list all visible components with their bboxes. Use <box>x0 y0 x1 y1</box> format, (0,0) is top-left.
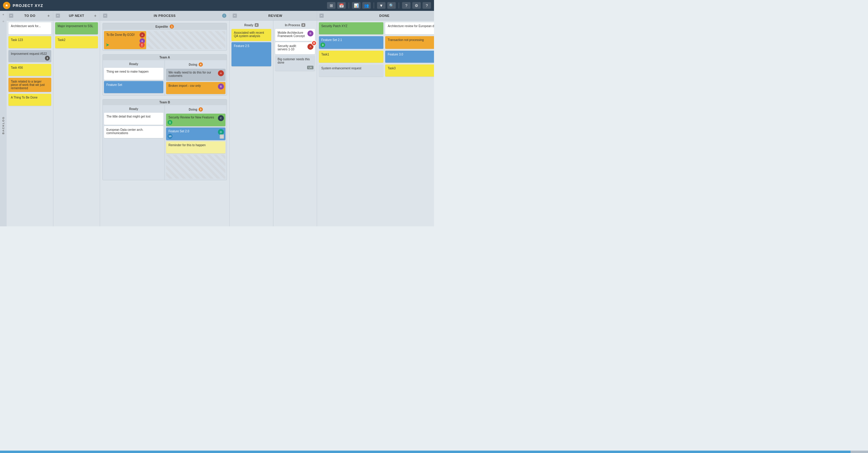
list-item[interactable]: Task3 <box>385 64 434 77</box>
list-item[interactable]: Improvement request #522 3 <box>8 50 51 62</box>
card-text: Feature Set 2.1 <box>321 38 342 41</box>
card-text: Security Patch XYZ <box>321 24 347 28</box>
card-text: Thing we need to make happen <box>106 70 149 73</box>
inprocess-title: IN PROCESS <box>107 14 222 18</box>
upnext-collapse-btn[interactable]: − <box>56 13 60 18</box>
upnext-add-btn[interactable]: + <box>93 13 97 18</box>
expedite-count: 1 <box>170 24 174 29</box>
teama-ready-header: Ready <box>104 61 163 67</box>
card-arrow-icon: ➤ <box>105 42 110 48</box>
expedite-section: Expedite 1 To Be Done By EOD! A B ➤ ! <box>102 23 227 51</box>
avatar: B <box>218 84 224 90</box>
card-text: Reminder for this to happen <box>168 144 206 147</box>
list-item[interactable]: Task 123 <box>8 36 51 48</box>
inprocess-body: Expedite 1 To Be Done By EOD! A B ➤ ! <box>100 21 229 227</box>
list-item[interactable]: Thing we need to make happen <box>104 68 163 80</box>
expedite-body: To Be Done By EOD! A B ➤ ! <box>103 30 227 50</box>
alert-badge: ! <box>139 42 145 48</box>
list-item[interactable]: Reminder for this to happen <box>166 141 225 153</box>
list-item[interactable]: Transaction not processing ❗ <box>385 36 434 49</box>
done-collapse-btn[interactable]: − <box>319 13 324 18</box>
header-toolbar: ⊞ 📅 📊 👥 ▼ 🔍 ? ⚙ ? <box>327 2 431 9</box>
list-item[interactable]: Feature 3.0 <box>385 51 434 63</box>
kanban-board: − TO DO + Architecture work for... Task … <box>7 11 434 227</box>
teamb-empty-area <box>166 155 225 179</box>
review-title: REVIEW <box>237 14 314 18</box>
inprocess-header: − IN PROCESS i <box>100 11 229 21</box>
avatar: A <box>218 70 224 76</box>
user-btn[interactable]: ? <box>423 2 431 9</box>
list-item[interactable]: To Be Done By EOD! A B ➤ ! <box>104 31 146 49</box>
card-text: European Data center arch. communication… <box>106 128 144 135</box>
filter-btn[interactable]: ▼ <box>377 2 385 9</box>
settings-btn[interactable]: ⚙ <box>412 2 421 9</box>
search-btn[interactable]: 🔍 <box>387 2 396 9</box>
card-text: Big customer needs this done <box>278 58 310 64</box>
list-item[interactable]: Task related to a larger piece of work t… <box>8 78 51 92</box>
list-item[interactable]: Mobile Architecture Framework Concept B <box>275 29 315 41</box>
sidebar-plus-icon[interactable]: + <box>1 12 6 17</box>
list-item[interactable]: Architecture work for... <box>8 22 51 34</box>
calendar-view-btn[interactable]: 📅 <box>337 2 346 9</box>
teama-label: Team A <box>159 56 170 59</box>
header: PROJECT XYZ ⊞ 📅 📊 👥 ▼ 🔍 ? ⚙ ? <box>0 0 434 11</box>
todo-body: Architecture work for... Task 123 Improv… <box>7 21 53 227</box>
list-item[interactable]: Security Review for New Features C 1 <box>166 114 225 126</box>
done-body: Security Patch XYZ Architecture review f… <box>317 21 434 78</box>
list-item[interactable]: We really need to do this for our custom… <box>166 69 225 81</box>
expedite-header: Expedite 1 <box>103 23 227 30</box>
teama-doing-col: Doing 4 We really need to do this for ou… <box>165 60 227 95</box>
list-item[interactable]: Task1 <box>319 51 383 63</box>
teama-doing-count: 4 <box>198 62 203 67</box>
list-item[interactable]: Major improvement to SSL <box>55 22 98 34</box>
expedite-empty-area <box>147 31 225 49</box>
list-item[interactable]: Big customer needs this done UK <box>275 56 315 71</box>
inprocess-info-icon[interactable]: i <box>222 13 226 18</box>
card-text: Task 123 <box>11 38 23 41</box>
card-remove-btn[interactable]: × <box>311 40 317 46</box>
list-item[interactable]: Feature Set 2.0 D 10 ◇ <box>166 127 225 140</box>
list-item[interactable]: Feature Set 2.1 3 <box>319 36 383 49</box>
users-btn[interactable]: 👥 <box>362 2 371 9</box>
card-badge: 3 <box>45 56 50 61</box>
sidebar-circle-icon[interactable]: ○ <box>1 19 6 24</box>
review-ready-header: Ready 4 <box>231 22 271 28</box>
teamb-doing-header: Doing 3 <box>166 107 225 113</box>
teama-columns: Ready Thing we need to make happen Featu… <box>103 60 227 95</box>
list-item[interactable]: Feature 2.5 <box>231 42 271 66</box>
card-text: Security Review for New Features <box>168 116 214 119</box>
list-item[interactable]: Task2 <box>55 36 98 48</box>
review-collapse-btn[interactable]: − <box>233 13 237 18</box>
card-text: Feature 3.0 <box>388 53 403 56</box>
teama-ready-col: Ready Thing we need to make happen Featu… <box>103 60 165 95</box>
avatar: C <box>218 115 224 121</box>
review-inprocess-count: 4 <box>301 23 305 27</box>
board-view-btn[interactable]: ⊞ <box>327 2 336 9</box>
list-item[interactable]: A Thing To Be Done <box>8 94 51 106</box>
list-item[interactable]: Security Patch XYZ <box>319 22 383 34</box>
card-text: Task1 <box>321 53 329 56</box>
list-item[interactable]: System enhancement request <box>319 64 383 77</box>
todo-header: − TO DO + <box>7 11 53 21</box>
expedite-label: Expedite <box>156 25 168 28</box>
list-item[interactable]: Task 456 <box>8 64 51 76</box>
list-item[interactable]: Security audit: servers 1-10 A × <box>275 42 315 54</box>
card-text: Transaction not processing <box>388 38 424 41</box>
list-item[interactable]: Associated with recent QA system analysi… <box>231 29 271 41</box>
list-item[interactable]: Architecture review for European data ce… <box>385 22 434 34</box>
card-tag-icon: ◇ <box>220 134 224 139</box>
help-btn[interactable]: ? <box>402 2 410 9</box>
card-text: We really need to do this for our custom… <box>168 71 211 78</box>
list-item[interactable]: Broken import - csv only B <box>166 82 225 94</box>
todo-collapse-btn[interactable]: − <box>9 13 13 18</box>
inprocess-collapse-btn[interactable]: − <box>103 13 107 18</box>
card-text: Architecture work for... <box>11 24 41 28</box>
list-item[interactable]: Feature Set <box>104 81 163 93</box>
todo-add-btn[interactable]: + <box>46 13 51 18</box>
review-header: − REVIEW <box>230 11 317 21</box>
list-item[interactable]: European Data center arch. communication… <box>104 126 163 138</box>
reports-btn[interactable]: 📊 <box>352 2 361 9</box>
list-item[interactable]: The little detail that might get lost <box>104 113 163 125</box>
card-text: Task 456 <box>11 66 23 69</box>
divider-2 <box>374 2 374 8</box>
